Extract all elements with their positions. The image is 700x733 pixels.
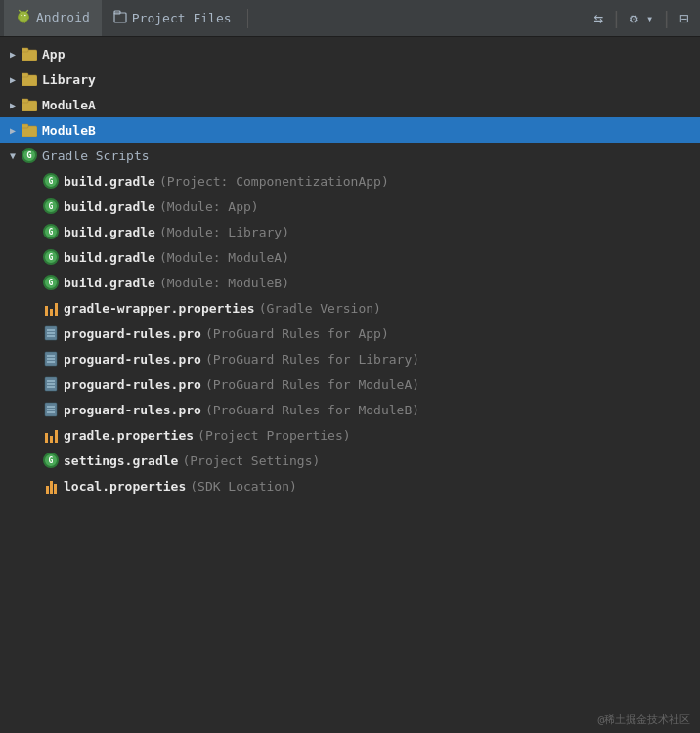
- toolbar-actions: ⇆ | ⚙ ▾ | ⊟: [593, 8, 696, 28]
- tree-item-gradle-scripts[interactable]: GGradle Scripts: [0, 143, 700, 168]
- toggle-arrow[interactable]: [6, 123, 20, 137]
- tree-item-app[interactable]: App: [0, 41, 700, 66]
- toggle-arrow[interactable]: [6, 98, 20, 111]
- tree-item-build-gradle-app[interactable]: Gbuild.gradle (Module: App): [0, 194, 700, 219]
- folder-icon: [22, 122, 37, 138]
- tree-item-build-gradle-moduleA[interactable]: Gbuild.gradle (Module: ModuleA): [0, 244, 700, 270]
- proguard-icon: [43, 351, 59, 366]
- properties-icon: [43, 300, 59, 316]
- toggle-arrow[interactable]: [6, 149, 20, 162]
- gradle-file-icon: G: [43, 224, 59, 239]
- item-suffix: (ProGuard Rules for Library): [205, 352, 419, 366]
- svg-line-9: [26, 11, 28, 13]
- tree-item-build-gradle-library[interactable]: Gbuild.gradle (Module: Library): [0, 219, 700, 244]
- tree-item-proguard-app[interactable]: proguard-rules.pro (ProGuard Rules for A…: [0, 321, 700, 346]
- tree-item-build-gradle-moduleB[interactable]: Gbuild.gradle (Module: ModuleB): [0, 270, 700, 295]
- svg-point-6: [21, 15, 22, 17]
- tab-separator: [247, 9, 248, 28]
- item-suffix: (ProGuard Rules for ModuleA): [205, 377, 419, 392]
- item-suffix: (Module: App): [159, 199, 259, 214]
- proguard-icon: [43, 376, 59, 392]
- svg-rect-13: [22, 48, 28, 52]
- settings-icon[interactable]: ⚙: [630, 10, 638, 27]
- item-label: proguard-rules.pro: [64, 352, 201, 366]
- tab-android[interactable]: Android: [4, 0, 102, 36]
- item-label: ModuleB: [42, 123, 96, 138]
- tree-item-local-properties[interactable]: local.properties (SDK Location): [0, 473, 700, 498]
- item-label: build.gradle: [64, 250, 155, 265]
- item-label: build.gradle: [64, 225, 155, 239]
- item-label: proguard-rules.pro: [64, 377, 201, 392]
- item-label: settings.gradle: [64, 453, 178, 468]
- tab-project-files[interactable]: Project Files: [102, 0, 243, 36]
- tree-item-proguard-moduleA[interactable]: proguard-rules.pro (ProGuard Rules for M…: [0, 371, 700, 397]
- item-label: proguard-rules.pro: [64, 403, 201, 417]
- svg-rect-1: [21, 16, 26, 21]
- tree-item-settings-gradle[interactable]: Gsettings.gradle (Project Settings): [0, 448, 700, 473]
- item-suffix: (Project Settings): [182, 453, 320, 468]
- svg-rect-2: [22, 21, 23, 23]
- item-suffix: (Gradle Version): [259, 301, 381, 316]
- svg-point-7: [24, 15, 26, 17]
- layout-icon[interactable]: ⊟: [679, 10, 688, 27]
- item-label: build.gradle: [64, 276, 155, 290]
- gradle-file-icon: G: [43, 173, 59, 189]
- item-label: local.properties: [64, 479, 186, 494]
- file-tree: App Library ModuleA ModuleBGGradle Scrip…: [0, 37, 700, 498]
- toggle-arrow[interactable]: [6, 47, 20, 61]
- svg-line-8: [20, 11, 22, 13]
- tree-item-gradle-wrapper[interactable]: gradle-wrapper.properties (Gradle Versio…: [0, 295, 700, 321]
- gradle-file-icon: G: [43, 275, 59, 290]
- svg-rect-19: [22, 124, 28, 128]
- tree-item-library[interactable]: Library: [0, 66, 700, 92]
- local-prop-icon: [43, 478, 59, 494]
- item-label: build.gradle: [64, 199, 155, 214]
- tab-project-files-label: Project Files: [132, 11, 232, 25]
- toggle-arrow[interactable]: [6, 72, 20, 86]
- item-label: Gradle Scripts: [42, 149, 150, 163]
- android-icon: [16, 8, 31, 26]
- folder-icon: [22, 97, 37, 112]
- item-label: Library: [42, 72, 96, 87]
- tree-item-gradle-properties[interactable]: gradle.properties (Project Properties): [0, 422, 700, 448]
- tree-item-moduleA[interactable]: ModuleA: [0, 92, 700, 117]
- svg-rect-17: [22, 99, 28, 103]
- item-suffix: (Module: ModuleA): [159, 250, 289, 265]
- gradle-file-icon: G: [43, 198, 59, 214]
- folder-icon: [22, 71, 37, 87]
- gradle-folder-icon: G: [22, 148, 37, 163]
- tree-item-moduleB[interactable]: ModuleB: [0, 117, 700, 143]
- gradle-file-icon: G: [43, 249, 59, 265]
- item-label: App: [42, 47, 65, 62]
- item-suffix: (ProGuard Rules for ModuleB): [205, 403, 419, 417]
- tab-android-label: Android: [36, 10, 90, 24]
- item-suffix: (ProGuard Rules for App): [205, 326, 389, 341]
- item-suffix: (Module: Library): [159, 225, 289, 239]
- svg-rect-5: [27, 16, 29, 20]
- tree-item-proguard-library[interactable]: proguard-rules.pro (ProGuard Rules for L…: [0, 346, 700, 371]
- tree-item-proguard-moduleB[interactable]: proguard-rules.pro (ProGuard Rules for M…: [0, 397, 700, 422]
- item-suffix: (Project Properties): [197, 428, 351, 443]
- svg-rect-15: [22, 73, 28, 77]
- split-icon[interactable]: ⇆: [593, 9, 603, 27]
- item-suffix: (Module: ModuleB): [159, 276, 289, 290]
- item-label: ModuleA: [42, 98, 96, 112]
- proguard-icon: [43, 325, 59, 341]
- item-suffix: (SDK Location): [190, 479, 297, 494]
- project-files-icon: [113, 10, 127, 26]
- svg-rect-4: [19, 16, 21, 20]
- properties-icon: [43, 427, 59, 443]
- folder-icon: [22, 46, 37, 62]
- svg-rect-3: [24, 21, 26, 23]
- proguard-icon: [43, 402, 59, 417]
- watermark: @稀土掘金技术社区: [597, 712, 690, 727]
- settings-icon: G: [43, 453, 59, 468]
- item-label: proguard-rules.pro: [64, 326, 201, 341]
- item-suffix: (Project: ComponentizationApp): [159, 174, 389, 189]
- item-label: gradle.properties: [64, 428, 194, 443]
- item-label: build.gradle: [64, 174, 155, 189]
- tab-bar: Android Project Files ⇆ | ⚙ ▾ | ⊟: [0, 0, 700, 37]
- tree-item-build-gradle-project[interactable]: Gbuild.gradle (Project: Componentization…: [0, 168, 700, 194]
- item-label: gradle-wrapper.properties: [64, 301, 255, 316]
